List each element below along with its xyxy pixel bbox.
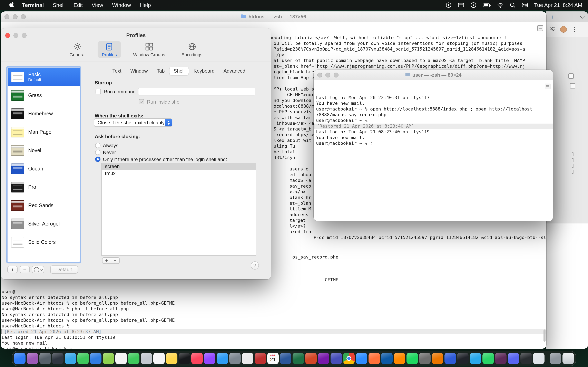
dock-icon-safari[interactable] [65, 353, 76, 364]
dock-icon-mission-control[interactable] [52, 353, 63, 364]
dock-icon-music[interactable] [191, 353, 203, 364]
dock-icon-obs[interactable] [457, 353, 468, 364]
dock-icon-notes[interactable] [166, 353, 177, 364]
dock-icon-word[interactable] [280, 353, 291, 364]
profile-row[interactable]: Basic Default [8, 68, 80, 86]
dock-icon-teams[interactable] [330, 353, 342, 364]
dock-icon-firefox[interactable] [369, 353, 380, 364]
dock-icon-siri[interactable] [27, 353, 38, 364]
filter-icon[interactable] [550, 26, 555, 33]
tab-keyboard[interactable]: Keyboard [190, 67, 219, 75]
close-button[interactable] [4, 14, 9, 19]
dock-icon-slack[interactable] [495, 353, 507, 364]
add-profile-button[interactable]: + [7, 266, 17, 273]
dock-icon-spotify[interactable] [406, 353, 418, 364]
dock-icon-activity-monitor[interactable] [533, 353, 545, 364]
dock-icon-vlc[interactable] [394, 353, 405, 364]
dock-icon-chrome[interactable] [343, 353, 355, 364]
dock-icon-discord[interactable] [508, 353, 519, 364]
profile-row[interactable]: Silver Aerogel [8, 215, 80, 233]
tab-window[interactable]: Window [126, 67, 152, 75]
dock-icon-excel[interactable] [293, 353, 304, 364]
menubar-app-name[interactable]: Terminal [17, 2, 48, 8]
tab-text[interactable]: Text [108, 67, 126, 75]
dock-icon-whatsapp[interactable] [483, 353, 494, 364]
tab-tab[interactable]: Tab [153, 67, 169, 75]
dock-icon-telegram[interactable] [470, 353, 481, 364]
dock-icon-zoom[interactable] [356, 353, 367, 364]
user-terminal-titlebar[interactable]: user — -zsh — 80×24 [314, 70, 553, 81]
dock-icon-photos[interactable] [115, 353, 127, 364]
now-playing-icon[interactable] [470, 2, 476, 8]
minimize-button[interactable] [13, 14, 17, 19]
profile-row[interactable]: Man Page [8, 123, 80, 141]
dock-icon-messages[interactable] [77, 353, 89, 364]
scrollbar-thumb[interactable] [544, 329, 545, 342]
dock-icon-mail[interactable] [90, 353, 102, 364]
run-command-field[interactable] [138, 88, 255, 95]
close-button[interactable] [317, 73, 322, 77]
dock-icon-powerpoint[interactable] [305, 353, 317, 364]
tab-shell[interactable]: Shell [170, 67, 189, 75]
apple-menu[interactable] [6, 1, 17, 9]
toolbar-item-profiles[interactable]: Profiles [98, 41, 121, 58]
dock-icon-terminal[interactable] [520, 353, 532, 364]
wifi-icon[interactable] [497, 2, 503, 8]
dock-icon-filezilla[interactable] [255, 353, 266, 364]
dock-icon-reminders[interactable] [153, 353, 165, 364]
profile-row[interactable]: Grass [8, 86, 80, 104]
spotlight-search-icon[interactable] [510, 2, 516, 8]
run-command-checkbox[interactable] [95, 89, 101, 94]
chevron-down-icon[interactable] [580, 14, 585, 18]
dock-icon-facetime[interactable] [128, 353, 139, 364]
dock-icon-system-settings[interactable] [229, 353, 241, 364]
remove-process-button[interactable]: − [111, 257, 120, 264]
profile-row[interactable]: Solid Colors [8, 233, 80, 251]
dock-icon-audacity[interactable] [444, 353, 456, 364]
menubar-menu[interactable]: Shell [48, 2, 69, 8]
profile-row[interactable]: Pro [8, 178, 80, 196]
control-center-icon[interactable] [522, 2, 528, 8]
radio-always[interactable] [95, 143, 100, 148]
toolbar-item-general[interactable]: General [66, 41, 90, 58]
dock-icon-contacts[interactable] [141, 353, 152, 364]
toolbar-item-encodings[interactable]: Encodings [177, 41, 207, 58]
radio-only-if-processes[interactable] [95, 157, 100, 162]
menubar-clock[interactable]: Tue Apr 21 8:24 AM [534, 2, 582, 8]
profile-row[interactable]: Novel [8, 141, 80, 159]
profile-row[interactable]: Homebrew [8, 104, 80, 123]
dock-icon-trash[interactable] [562, 353, 574, 364]
dock-icon-textedit[interactable] [242, 353, 253, 364]
dock-icon-tv[interactable] [179, 353, 190, 364]
profile-row[interactable]: Ocean [8, 159, 80, 178]
profile-action-menu-button[interactable] [32, 266, 44, 273]
minimize-button[interactable] [325, 73, 330, 77]
tab-advanced[interactable]: Advanced [219, 67, 250, 75]
dock-icon-blender[interactable] [432, 353, 443, 364]
shell-exits-dropdown[interactable]: Close if the shell exited cleanly [94, 118, 172, 127]
battery-icon[interactable] [483, 2, 491, 8]
dock-icon-edge[interactable] [381, 353, 393, 364]
main-terminal-titlebar[interactable]: htdocs — -zsh — 187×56 [1, 11, 546, 22]
profile-row[interactable]: Red Sands [8, 196, 80, 215]
menubar-menu[interactable]: Help [136, 2, 156, 8]
dock-icon-finder[interactable] [14, 353, 26, 364]
zoom-button[interactable] [334, 73, 338, 77]
process-row-tmux[interactable]: tmux [102, 170, 256, 177]
zoom-button[interactable] [21, 14, 26, 19]
radio-never[interactable] [95, 150, 100, 155]
dock-icon-gimp[interactable] [419, 353, 431, 364]
avatar[interactable] [560, 26, 567, 33]
dock-icon-onenote[interactable] [318, 353, 329, 364]
menubar-menu[interactable]: Edit [69, 2, 87, 8]
toolbar-item-window-groups[interactable]: Window Groups [129, 41, 169, 58]
remove-profile-button[interactable]: − [20, 266, 30, 273]
dock-icon-app-store[interactable] [217, 353, 228, 364]
dock-icon-podcasts[interactable] [204, 353, 215, 364]
dock-icon-launchpad[interactable] [39, 353, 51, 364]
process-row-screen[interactable]: screen [102, 163, 256, 170]
status-app-icon[interactable] [445, 2, 452, 8]
add-process-button[interactable]: + [102, 257, 111, 264]
dock-icon-maps[interactable] [103, 353, 114, 364]
help-button[interactable]: ? [251, 261, 259, 269]
